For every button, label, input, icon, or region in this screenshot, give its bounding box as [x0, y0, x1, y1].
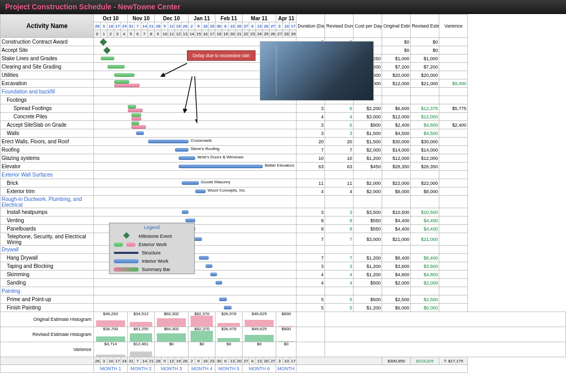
footer-month: MONTH 6	[242, 365, 276, 373]
activity-name[interactable]: Spread Footings	[1, 104, 94, 113]
hist-bar	[191, 331, 213, 342]
gantt-bar[interactable]	[107, 65, 125, 69]
page-title: Project Construction Schedule - NewTowne…	[5, 3, 561, 11]
footer-month: MONTH 1	[94, 365, 128, 373]
activity-name[interactable]: Telephone, Security, and Electrical Wiri…	[1, 233, 94, 246]
gantt-bar[interactable]	[224, 306, 232, 309]
gantt-bar[interactable]	[175, 148, 188, 152]
month-header: Mar 11	[242, 15, 276, 22]
activity-name[interactable]: Erect Walls, Floors, and Roof	[1, 138, 94, 146]
cost-header: Revised Duration	[325, 15, 354, 38]
gantt-bar[interactable]	[179, 165, 263, 168]
gantt-bar[interactable]	[215, 281, 222, 285]
hist-bar	[218, 338, 240, 342]
activity-name[interactable]: Finish Painting	[1, 304, 94, 312]
gantt-bar[interactable]	[114, 73, 134, 77]
cost-header: Original Estimate	[382, 15, 411, 38]
footer-month: MONTH 3	[155, 365, 188, 373]
title-bar: Project Construction Schedule - NewTowne…	[0, 0, 566, 14]
hist-bar	[130, 333, 152, 342]
milestone[interactable]	[100, 38, 107, 46]
activity-name[interactable]: Elevator	[1, 163, 94, 171]
activity-name[interactable]: Stake Lines and Grades	[1, 55, 94, 63]
footer-month: MONTH 4	[188, 365, 215, 373]
gantt-bar[interactable]	[219, 298, 227, 301]
hist-label: Revised Estimate Histogram	[1, 327, 94, 342]
hist-bar	[218, 323, 240, 327]
activity-name[interactable]: Hang Drywall	[1, 254, 94, 262]
activity-name[interactable]: Brick	[1, 179, 94, 187]
gantt-bar[interactable]	[148, 140, 188, 143]
month-header: Nov 10	[128, 15, 155, 22]
gantt-bar[interactable]	[199, 256, 209, 260]
activity-name[interactable]: Utilities	[1, 71, 94, 79]
cost-header: Cost per Day	[354, 15, 382, 38]
cost-header: Varience	[439, 15, 468, 38]
hist-bar	[96, 320, 125, 327]
activity-name[interactable]: Install heatpumps	[1, 208, 94, 217]
month-header: Dec 10	[155, 15, 188, 22]
gantt-bar[interactable]	[182, 210, 188, 214]
gantt-bar[interactable]	[128, 105, 136, 109]
milestone[interactable]	[103, 47, 110, 54]
gantt-bar[interactable]	[195, 190, 206, 193]
hist-bar	[245, 320, 274, 327]
gantt-bar-revised[interactable]	[114, 84, 140, 87]
footer-month: MONTH 5	[215, 365, 242, 373]
activity-name[interactable]: Accept SiteSlab on Grade	[1, 121, 94, 129]
gantt-bar-revised[interactable]	[131, 125, 146, 129]
gantt-bar[interactable]	[131, 113, 142, 117]
activity-name[interactable]: Panelboards	[1, 225, 94, 233]
gantt-bar[interactable]	[114, 80, 129, 84]
hist-bar	[96, 336, 125, 342]
hist-label: Original Estimate Histogram	[1, 312, 94, 327]
gantt-bar[interactable]	[185, 219, 196, 222]
legend-title: Legend	[110, 223, 194, 232]
gantt-bar[interactable]	[136, 131, 144, 135]
activity-name[interactable]: Taping and Blocking	[1, 262, 94, 271]
legend: Legend Milestone Event Exterior Work Str…	[109, 223, 195, 274]
hist-bar	[96, 355, 125, 357]
activity-name[interactable]: Construction Contract Award	[1, 38, 94, 46]
footer-month: MONTH 2	[128, 365, 155, 373]
hist-bar	[130, 322, 152, 327]
month-header: Feb 11	[215, 15, 242, 22]
cost-header: Duration (Days)	[297, 15, 325, 38]
activity-name[interactable]: Concrete Piles	[1, 113, 94, 121]
activity-name[interactable]: Accept Site	[1, 46, 94, 55]
hist-bar	[245, 335, 274, 342]
activity-name[interactable]: Clearing and Site Grading	[1, 63, 94, 71]
footer-month: MONTH 7	[276, 365, 297, 373]
delay-callout: Delay due to excessive rain	[187, 50, 255, 61]
month-header: Apr 11	[276, 15, 297, 22]
hist-bar	[130, 352, 152, 357]
activity-name[interactable]: Footings	[1, 96, 94, 104]
gantt-bar-revised[interactable]	[128, 109, 143, 112]
gantt-bar[interactable]	[179, 156, 196, 160]
gantt-bar[interactable]	[206, 264, 212, 268]
hist-bar	[157, 333, 186, 342]
activity-name[interactable]: Venting	[1, 217, 94, 225]
activity-header: Activity Name	[1, 15, 94, 38]
activity-name[interactable]: Roofing	[1, 146, 94, 154]
activity-name[interactable]: Sanding	[1, 279, 94, 287]
gantt-bar[interactable]	[210, 273, 217, 276]
activity-name[interactable]: Skimming	[1, 271, 94, 279]
activity-name[interactable]: Exterior trim	[1, 187, 94, 196]
activity-name[interactable]: Rough-in Ductwork, Plumbing, and Electri…	[1, 196, 94, 208]
gantt-bar[interactable]	[182, 181, 199, 185]
activity-name[interactable]: Foundation and backfill	[1, 88, 94, 96]
hist-label: Varience	[1, 342, 94, 357]
activity-name[interactable]: Painting	[1, 287, 94, 295]
gantt-bar[interactable]	[101, 57, 114, 60]
building-photo	[260, 41, 374, 101]
hist-bar	[191, 316, 213, 327]
activity-name[interactable]: Drywall	[1, 246, 94, 254]
activity-name[interactable]: Walls	[1, 129, 94, 138]
activity-name[interactable]: Glazing systems	[1, 154, 94, 163]
activity-name[interactable]: Excavation	[1, 79, 94, 88]
gantt-bar-revised[interactable]	[131, 117, 142, 120]
gantt-bar[interactable]	[131, 121, 140, 125]
activity-name[interactable]: Exterior Wall Surfaces	[1, 171, 94, 179]
activity-name[interactable]: Prime and Point-up	[1, 295, 94, 304]
